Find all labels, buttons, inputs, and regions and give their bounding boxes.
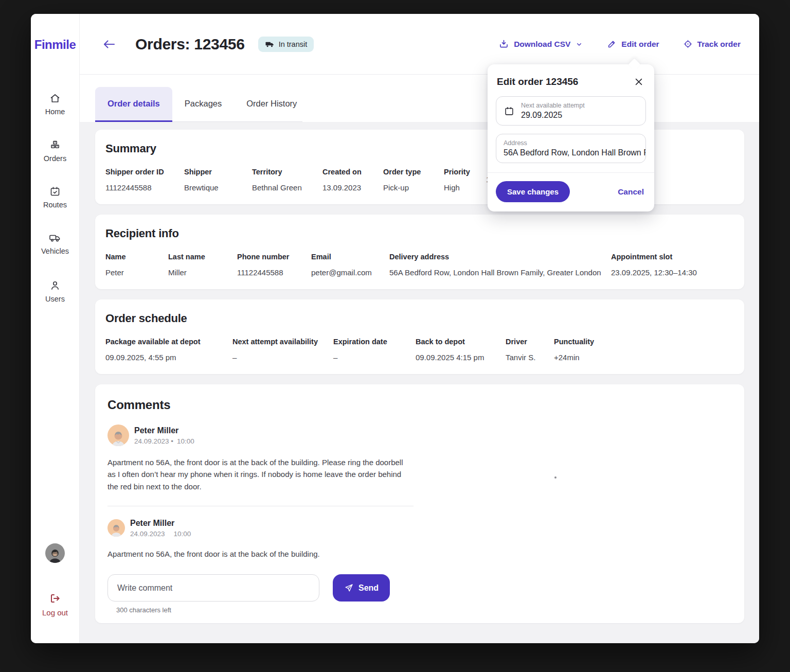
order-schedule-card: Order schedule Package available at depo… [95,299,744,374]
tab-packages[interactable]: Packages [172,87,234,122]
recipient-field: Delivery address 56A Bedford Row, London… [389,253,611,277]
status-badge: In transit [258,37,314,52]
truck-icon [265,40,275,48]
calendar-check-icon [49,185,61,198]
date-field-label: Next available attempt [521,102,585,109]
sidebar-item-orders[interactable]: Orders [31,139,79,163]
characters-left-counter: 300 characters left [116,606,319,614]
stray-dot [554,476,556,479]
close-icon[interactable] [633,76,645,88]
write-comment-input[interactable] [107,574,319,602]
address-field-value: 56A Bedford Row, London Hall Brown Famil… [504,148,638,157]
summary-field: Order type Pick-up [383,168,444,192]
edit-order-label: Edit order [621,40,659,49]
back-button[interactable] [101,38,117,50]
sidebar-item-vehicles[interactable]: Vehicles [31,232,79,255]
sidebar-item-users[interactable]: Users [31,279,79,303]
track-order-button[interactable]: Track order [683,39,741,49]
comment-text: Apartment no 56A, the front door is at t… [107,456,412,492]
user-avatar[interactable] [45,543,65,563]
pencil-icon [607,39,617,49]
logout-icon [48,592,62,605]
commenter-avatar [107,519,125,537]
schedule-field: Back to depot 09.09.2025 4:15 pm [416,338,506,362]
logout-label: Log out [42,608,68,617]
date-field-value: 29.09.2025 [521,111,585,120]
truck-icon [48,232,62,244]
commenter-name: Peter Miller [134,426,194,435]
sidebar-item-home[interactable]: Home [31,92,79,116]
logout-button[interactable]: Log out [31,592,79,617]
calendar-icon [504,105,515,117]
recipient-field: Name Peter [105,253,168,277]
recipient-field: Appointment slot 23.09.2025, 12:30–14:30 [611,253,745,277]
save-changes-button[interactable]: Save changes [496,181,570,202]
chevron-down-icon [575,40,583,48]
schedule-field: Expiration date – [333,338,416,362]
packages-icon [49,139,61,151]
comment-item: Peter Miller 24.09.202310:00 Apartment n… [107,519,732,560]
comment-text: Apartment no 56A, the front door is at t… [107,548,412,560]
order-schedule-title: Order schedule [105,312,734,325]
comment-timestamp: 24.09.2023 •10:00 [134,437,194,445]
sidebar: Finmile Home Orders Routes Vehicles [31,14,80,643]
address-field-label: Address [504,139,638,147]
tab-order-history[interactable]: Order History [234,87,309,122]
sidebar-item-routes[interactable]: Routes [31,185,79,209]
summary-field: Shipper Brewtique [184,168,252,192]
comment-item: Peter Miller 24.09.2023 •10:00 Apartment… [107,425,732,492]
download-csv-button[interactable]: Download CSV [498,39,583,49]
tabs-bar: Order details Packages Order History [80,75,759,122]
finmile-logo: Finmile [31,38,79,52]
sidebar-item-label: Routes [43,201,67,209]
top-bar: Orders: 123456 In transit Download CSV [80,14,759,75]
schedule-field: Punctuality +24min [554,338,616,362]
crosshair-icon [683,39,693,49]
recipient-field: Email peter@gmail.com [311,253,389,277]
user-icon [49,279,61,292]
commenter-avatar [107,425,129,446]
comments-title: Comments [107,398,732,412]
recipient-field: Last name Miller [168,253,237,277]
summary-field: Created on 13.09.2023 [322,168,383,192]
download-icon [498,39,509,49]
send-label: Send [358,583,379,593]
comments-card: Comments Peter Miller 24.09.2023 •10:00 [95,384,744,623]
page-title: Orders: 123456 [135,36,245,53]
edit-order-popover: Edit order 123456 Next available attempt… [488,64,654,211]
schedule-field: Driver Tanvir S. [506,338,554,362]
app-window: Finmile Home Orders Routes Vehicles [31,14,759,643]
recipient-info-title: Recipient info [105,227,734,240]
download-csv-label: Download CSV [514,40,570,49]
next-attempt-date-field[interactable]: Next available attempt 29.09.2025 [496,96,646,126]
header-actions: Download CSV Edit order Track order [498,39,741,49]
sidebar-item-label: Vehicles [41,247,69,255]
status-badge-label: In transit [279,40,308,48]
comment-divider [107,506,414,506]
summary-field: Shipper order ID 11122445588 [105,168,184,192]
commenter-name: Peter Miller [130,519,191,528]
recipient-info-card: Recipient info Name Peter Last name Mill… [95,215,744,289]
schedule-field: Package available at depot 09.09.2025, 4… [105,338,232,362]
address-field[interactable]: Address 56A Bedford Row, London Hall Bro… [496,134,646,163]
track-order-label: Track order [697,40,741,49]
comment-timestamp: 24.09.202310:00 [130,530,191,538]
edit-order-button[interactable]: Edit order [607,39,659,49]
sidebar-item-label: Orders [44,154,66,163]
popover-title: Edit order 123456 [497,76,578,87]
cancel-button[interactable]: Cancel [616,184,646,200]
summary-field: Priority High [444,168,486,192]
send-comment-button[interactable]: Send [333,574,390,602]
paper-plane-icon [344,583,354,593]
schedule-field: Next attempt availability – [232,338,333,362]
tab-order-details[interactable]: Order details [95,87,172,122]
recipient-field: Phone number 11122445588 [237,253,311,277]
content-area: Summary Shipper order ID 11122445588 Shi… [80,122,759,643]
sidebar-item-label: Users [45,295,65,303]
main-area: Orders: 123456 In transit Download CSV [80,14,759,643]
home-icon [49,92,61,104]
sidebar-item-label: Home [45,108,65,116]
summary-field: Territory Bethnal Green [252,168,322,192]
